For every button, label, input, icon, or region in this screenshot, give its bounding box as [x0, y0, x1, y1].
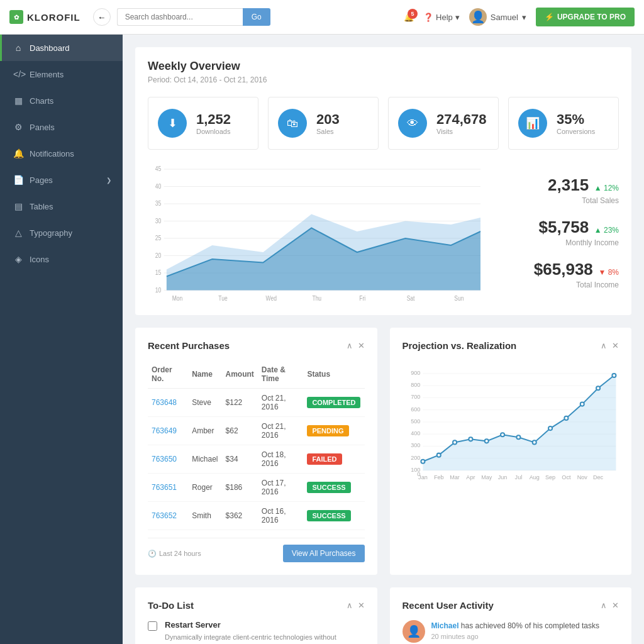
- footer-time: 🕐 Last 24 hours: [148, 550, 201, 558]
- cell-name: Roger: [188, 474, 221, 502]
- pages-icon: 📄: [13, 175, 23, 185]
- svg-marker-44: [423, 375, 616, 470]
- stat-sales: 🛍 203 Sales: [268, 97, 379, 150]
- svg-point-55: [580, 402, 584, 406]
- svg-text:800: 800: [411, 382, 420, 388]
- table-row: 763650 Michael $34 Oct 18, 2016 FAILED: [148, 445, 365, 474]
- cell-date: Oct 16, 2016: [258, 502, 304, 530]
- sidebar: ⌂ Dashboard </> Elements ▦ Charts ⚙ Pane…: [0, 35, 123, 644]
- svg-text:700: 700: [411, 394, 420, 400]
- svg-text:Apr: Apr: [466, 474, 475, 480]
- collapse-icon[interactable]: ∧: [601, 601, 607, 610]
- notification-icon[interactable]: 🔔 5: [404, 13, 414, 22]
- activity-header: Recent User Activity ∧ ✕: [402, 600, 619, 611]
- svg-text:30: 30: [155, 217, 162, 225]
- table-row: 763649 Amber $62 Oct 21, 2016 PENDING: [148, 417, 365, 445]
- order-link[interactable]: 763649: [152, 426, 177, 435]
- svg-text:40: 40: [155, 182, 162, 190]
- svg-text:300: 300: [411, 443, 420, 449]
- todo-checkbox[interactable]: [148, 621, 157, 631]
- collapse-icon[interactable]: ∧: [601, 341, 607, 350]
- svg-text:20: 20: [155, 252, 162, 259]
- todo-header: To-Do List ∧ ✕: [148, 600, 365, 611]
- sidebar-item-tables[interactable]: ▤ Tables: [0, 193, 123, 219]
- svg-text:10: 10: [155, 286, 162, 294]
- sidebar-item-dashboard[interactable]: ⌂ Dashboard: [0, 35, 123, 61]
- help-label: Help: [436, 13, 453, 22]
- total-income-value: $65,938: [534, 260, 593, 279]
- activity-name[interactable]: Michael: [431, 621, 459, 630]
- order-link[interactable]: 763648: [152, 398, 177, 407]
- svg-text:Sep: Sep: [545, 474, 555, 480]
- stat-visits: 👁 274,678 Visits: [388, 97, 499, 150]
- sidebar-item-pages[interactable]: 📄 Pages ❯: [0, 167, 123, 193]
- order-link[interactable]: 763652: [152, 511, 177, 520]
- footer-time-text: Last 24 hours: [159, 550, 201, 557]
- cell-name: Michael: [188, 445, 221, 474]
- upgrade-button[interactable]: ⚡ UPGRADE TO PRO: [536, 8, 635, 26]
- col-date: Date & Time: [258, 360, 304, 389]
- total-sales-label: Total Sales: [493, 196, 619, 205]
- svg-text:900: 900: [411, 370, 420, 376]
- svg-text:Jan: Jan: [418, 474, 428, 480]
- sidebar-item-label: Charts: [30, 96, 53, 106]
- search-box: Go: [117, 8, 270, 26]
- order-link[interactable]: 763650: [152, 455, 177, 464]
- close-icon[interactable]: ✕: [358, 341, 365, 350]
- sidebar-item-label: Pages: [30, 175, 53, 185]
- total-income-label: Total Income: [493, 280, 619, 289]
- stat-value: 35%: [557, 111, 595, 128]
- svg-point-52: [532, 440, 536, 444]
- logo-icon: ✿: [9, 10, 23, 24]
- collapse-icon[interactable]: ∧: [347, 601, 353, 610]
- header-right: 🔔 5 ❓ Help ▾ 👤 Samuel ▾ ⚡ UPGRADE TO PRO: [404, 8, 635, 26]
- sidebar-item-typography[interactable]: △ Typography: [0, 219, 123, 246]
- cell-date: Oct 21, 2016: [258, 417, 304, 445]
- help-icon: ❓: [423, 13, 433, 22]
- sidebar-item-panels[interactable]: ⚙ Panels: [0, 114, 123, 140]
- notifications-icon: 🔔: [13, 148, 23, 158]
- sidebar-item-icons[interactable]: ◈ Icons: [0, 246, 123, 272]
- close-icon[interactable]: ✕: [612, 341, 619, 350]
- sidebar-item-charts[interactable]: ▦ Charts: [0, 87, 123, 114]
- user-menu[interactable]: 👤 Samuel ▾: [469, 8, 526, 26]
- close-icon[interactable]: ✕: [358, 601, 365, 610]
- total-income-change: ▼ 8%: [598, 268, 619, 277]
- chevron-right-icon: ❯: [106, 177, 111, 184]
- sidebar-item-elements[interactable]: </> Elements: [0, 61, 123, 87]
- total-income-stat: $65,938 ▼ 8% Total Income: [493, 260, 619, 289]
- sidebar-item-notifications[interactable]: 🔔 Notifications: [0, 140, 123, 167]
- svg-text:Thu: Thu: [312, 294, 321, 302]
- todo-content: Restart Server Dynamically integrate cli…: [165, 620, 365, 644]
- svg-text:Mar: Mar: [450, 474, 460, 480]
- downloads-icon: ⬇: [158, 109, 187, 138]
- order-link[interactable]: 763651: [152, 483, 177, 492]
- total-sales-value: 2,315: [548, 175, 589, 194]
- search-input[interactable]: [117, 8, 243, 26]
- purchases-actions: ∧ ✕: [347, 341, 365, 350]
- avatar: 👤: [402, 620, 425, 643]
- search-button[interactable]: Go: [243, 8, 270, 26]
- projection-chart: 900 800 700 600 500 400 300 200 100 0: [402, 360, 619, 488]
- monthly-income-value: $5,758: [539, 218, 589, 236]
- svg-point-45: [421, 460, 425, 464]
- svg-text:Oct: Oct: [562, 474, 571, 480]
- clock-icon: 🕐: [148, 550, 157, 558]
- main-layout: ⌂ Dashboard </> Elements ▦ Charts ⚙ Pane…: [0, 35, 644, 644]
- svg-point-47: [453, 440, 457, 444]
- todo-item-desc: Dynamically integrate client-centric tec…: [165, 632, 365, 644]
- help-button[interactable]: ❓ Help ▾: [423, 13, 460, 22]
- projection-actions: ∧ ✕: [601, 341, 619, 350]
- stat-info: 35% Conversions: [557, 111, 595, 135]
- status-badge: FAILED: [307, 453, 341, 465]
- collapse-icon[interactable]: ∧: [347, 341, 353, 350]
- conversions-icon: 📊: [518, 109, 547, 138]
- cell-name: Smith: [188, 502, 221, 530]
- sales-icon: 🛍: [278, 109, 307, 138]
- status-badge: PENDING: [307, 425, 348, 436]
- view-all-button[interactable]: View All Purchases: [283, 545, 365, 562]
- close-icon[interactable]: ✕: [612, 601, 619, 610]
- svg-text:400: 400: [411, 430, 420, 436]
- back-button[interactable]: ←: [93, 8, 111, 26]
- user-chevron-icon: ▾: [522, 13, 526, 22]
